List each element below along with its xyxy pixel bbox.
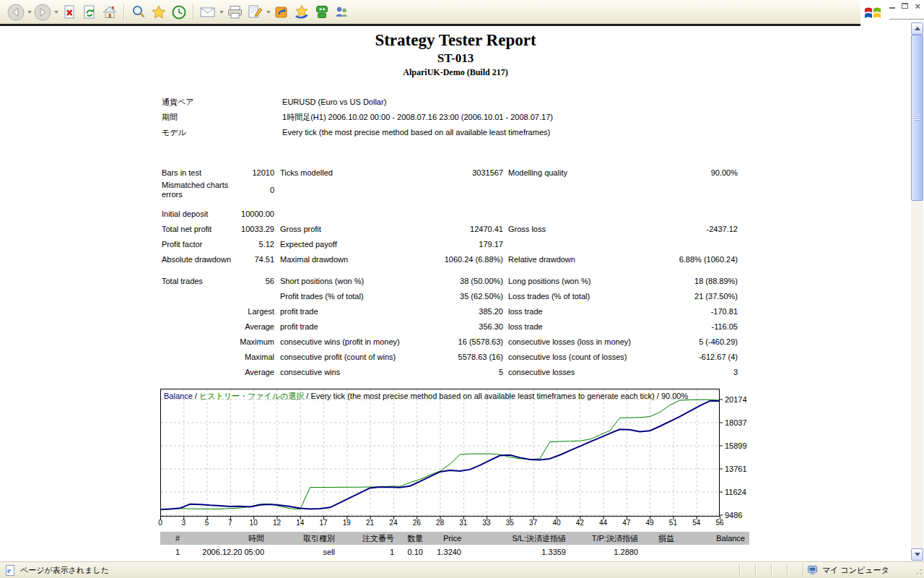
page-title: Strategy Tester Report (0, 31, 911, 50)
stats-row: Averageprofit trade356.30loss trade-116.… (162, 319, 749, 335)
stats-cell: Maximal (234, 353, 274, 362)
stats-cell: Total trades (162, 277, 234, 286)
scroll-up-button[interactable] (911, 22, 923, 35)
stats-cell: Gross profit (274, 225, 411, 234)
stats-row: Largestprofit trade385.20loss trade-170.… (162, 304, 749, 319)
x-axis-label: 12 (267, 519, 286, 527)
transfer-icon (273, 4, 291, 21)
trades-cell: 1.3240 (427, 545, 466, 559)
back-dropdown[interactable] (26, 1, 32, 23)
star-tool-button[interactable] (292, 1, 312, 23)
vertical-scrollbar[interactable] (911, 22, 923, 561)
forward-button[interactable] (32, 1, 53, 23)
status-zone-text: マイ コンピュータ (822, 565, 889, 576)
stats-cell: 0 (234, 186, 274, 195)
stats-cell: 12010 (234, 168, 274, 178)
stats-cell: Maximum (234, 337, 274, 347)
stats-cell: profit trade (274, 322, 411, 332)
trades-column-header: # (160, 532, 184, 545)
x-axis-label: 7 (221, 519, 240, 527)
stats-row: Averageconsecutive wins5consecutive loss… (162, 365, 749, 380)
trades-column-header: Balance (679, 532, 749, 545)
trades-cell (679, 545, 749, 559)
mail-dropdown[interactable] (218, 1, 225, 23)
info-value: EURUSD (Euro vs US Dollar) (282, 98, 386, 106)
x-axis-label: 28 (431, 519, 450, 527)
minimize-button[interactable] (889, 2, 895, 9)
status-pane (771, 564, 787, 577)
x-axis-label: 21 (361, 519, 380, 527)
trades-cell: 1.2880 (570, 545, 642, 559)
chart-legend-segment: / (193, 392, 199, 400)
mail-button[interactable] (198, 1, 218, 23)
people-button[interactable] (332, 1, 352, 23)
stats-row: Maximalconsecutive profit (count of wins… (162, 350, 749, 365)
x-axis-label: 3 (174, 519, 193, 527)
scrollbar-thumb[interactable] (911, 35, 923, 201)
edit-dropdown[interactable] (265, 1, 271, 23)
trades-column-header: 数量 (398, 532, 427, 545)
stats-cell: loss trade (503, 322, 644, 332)
x-axis-label: 0 (151, 519, 170, 527)
stats-cell: 1060.24 (6.88%) (411, 255, 503, 264)
stats-cell: consecutive losses (loss in money) (503, 337, 644, 347)
stats-cell: Long positions (won %) (503, 277, 644, 286)
stats-row: Initial deposit10000.00 (162, 207, 749, 222)
stats-cell: 3 (644, 368, 738, 377)
stats-group: Total trades56Short positions (won %)38 … (162, 274, 749, 380)
print-button[interactable] (225, 1, 245, 23)
history-clock-icon (170, 4, 188, 21)
favorites-button[interactable] (149, 1, 169, 23)
stats-cell: Bars in test (162, 168, 234, 178)
stats-cell: 5 (-460.29) (644, 337, 738, 347)
home-button[interactable] (100, 1, 120, 23)
ie-page-icon: e (4, 564, 16, 577)
info-value: Every tick (the most precise method base… (282, 128, 550, 137)
edit-button[interactable] (245, 1, 265, 23)
search-button[interactable] (128, 1, 149, 23)
stats-cell: profit trade (274, 307, 411, 316)
x-axis-label: 37 (524, 519, 543, 527)
info-value: 1時間足(H1) 2006.10.02 00:00 - 2008.07.16 2… (282, 113, 553, 121)
toolbar-separator (123, 4, 125, 21)
stop-button[interactable] (59, 1, 79, 23)
report-page: Strategy Tester Report ST-013 AlpariUK-D… (0, 28, 911, 561)
chart-legend-segment: Balance (164, 392, 193, 400)
trades-table-wrap: #時間取引種別注文番号数量PriceS/L:決済逆指値T/P:決済指値損益Bal… (160, 532, 749, 559)
forward-icon (33, 3, 52, 22)
restore-button[interactable] (902, 3, 908, 9)
stats-cell: Average (234, 322, 274, 332)
mail-icon (199, 4, 217, 21)
stats-cell: consecutive wins (profit in money) (274, 337, 411, 347)
scroll-down-button[interactable] (911, 548, 923, 561)
windows-flag-icon (863, 4, 882, 22)
stats-cell: consecutive losses (503, 368, 644, 377)
edit-icon (246, 4, 264, 21)
stats-row: Total trades56Short positions (won %)38 … (162, 274, 749, 289)
stats-group: Bars in test12010Ticks modelled3031567Mo… (162, 165, 749, 199)
history-button[interactable] (169, 1, 189, 23)
stats-row: Maximumconsecutive wins (profit in money… (162, 335, 749, 350)
refresh-button[interactable] (79, 1, 100, 23)
stats-cell: 3031567 (411, 168, 503, 178)
stats-cell: Absolute drawdown (162, 255, 234, 264)
balance-chart: Balance / ヒストリー・ファイルの選択 / Every tick (th… (160, 389, 767, 530)
status-bar: e ページが表示されました マイ コンピュータ (0, 561, 924, 578)
close-button[interactable]: × (915, 2, 920, 10)
chart-legend-segment: / Every tick (the most precise method ba… (304, 392, 688, 400)
stats-cell: -116.05 (644, 322, 738, 332)
stats-cell: Largest (234, 307, 274, 316)
people-icon (333, 4, 352, 21)
resize-grip[interactable] (912, 564, 924, 577)
trades-cell: 2006.12.20 05:00 (184, 545, 269, 559)
transfer-button[interactable] (271, 1, 292, 23)
forward-dropdown[interactable] (53, 1, 59, 23)
back-button[interactable] (6, 1, 26, 23)
messenger-button[interactable] (312, 1, 332, 23)
stats-cell: consecutive loss (count of losses) (503, 353, 644, 362)
status-message-pane: e ページが表示されました (0, 564, 739, 577)
trades-table: #時間取引種別注文番号数量PriceS/L:決済逆指値T/P:決済指値損益Bal… (160, 532, 749, 559)
x-axis-label: 40 (547, 519, 566, 527)
trades-cell: 1.3359 (466, 545, 570, 559)
stats-cell: 10000.00 (234, 210, 274, 219)
